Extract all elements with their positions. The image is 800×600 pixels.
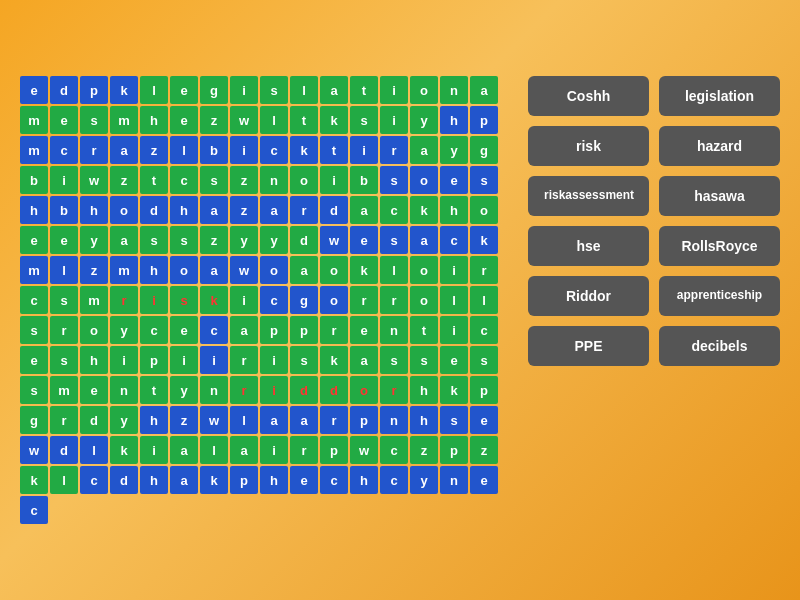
grid-cell: s: [260, 76, 288, 104]
grid-cell: r: [320, 316, 348, 344]
grid-cell: w: [20, 436, 48, 464]
grid-cell: h: [80, 196, 108, 224]
grid-cell: c: [50, 136, 78, 164]
grid-cell: c: [20, 496, 48, 524]
word-chip[interactable]: riskassessment: [528, 176, 649, 216]
grid-cell: i: [140, 436, 168, 464]
grid-cell: r: [80, 136, 108, 164]
grid-cell: l: [200, 436, 228, 464]
grid-cell: s: [440, 406, 468, 434]
grid-cell: k: [200, 286, 228, 314]
grid-cell: l: [80, 436, 108, 464]
grid-cell: r: [290, 196, 318, 224]
word-chip[interactable]: risk: [528, 126, 649, 166]
grid-cell: k: [110, 436, 138, 464]
grid-cell: b: [350, 166, 378, 194]
grid-cell: a: [260, 196, 288, 224]
word-chip[interactable]: decibels: [659, 326, 780, 366]
grid-cell: h: [140, 256, 168, 284]
grid-cell: l: [50, 256, 78, 284]
grid-cell: s: [50, 286, 78, 314]
grid-cell: z: [200, 106, 228, 134]
grid-cell: o: [410, 286, 438, 314]
word-chip[interactable]: apprenticeship: [659, 276, 780, 316]
grid-cell: k: [110, 76, 138, 104]
grid-cell: i: [200, 346, 228, 374]
grid-cell: z: [230, 166, 258, 194]
grid-cell: s: [380, 346, 408, 374]
main-container: edpklegislationamesmhezwltksiyhpmcrazlbi…: [0, 56, 800, 544]
grid-cell: l: [50, 466, 78, 494]
grid-cell: l: [230, 406, 258, 434]
grid-cell: a: [170, 466, 198, 494]
grid-cell: l: [170, 136, 198, 164]
grid-cell: e: [290, 466, 318, 494]
grid-cell: o: [110, 196, 138, 224]
word-chip[interactable]: hasawa: [659, 176, 780, 216]
grid-cell: s: [380, 166, 408, 194]
grid-cell: c: [20, 286, 48, 314]
grid-cell: a: [230, 316, 258, 344]
grid-cell: c: [170, 166, 198, 194]
grid-cell: h: [410, 376, 438, 404]
grid-cell: r: [50, 316, 78, 344]
grid-cell: b: [200, 136, 228, 164]
grid-cell: a: [350, 196, 378, 224]
grid-cell: i: [260, 436, 288, 464]
word-chip[interactable]: Coshh: [528, 76, 649, 116]
grid-cell: n: [440, 76, 468, 104]
grid-cell: w: [80, 166, 108, 194]
word-chip[interactable]: RollsRoyce: [659, 226, 780, 266]
grid-cell: p: [350, 406, 378, 434]
grid-cell: h: [140, 406, 168, 434]
grid-cell: r: [470, 256, 498, 284]
grid-cell: r: [350, 286, 378, 314]
grid-cell: z: [110, 166, 138, 194]
grid-cell: m: [20, 256, 48, 284]
grid-cell: m: [110, 106, 138, 134]
grid-cell: s: [470, 346, 498, 374]
grid-cell: a: [320, 76, 348, 104]
grid-cell: o: [350, 376, 378, 404]
grid-cell: d: [50, 76, 78, 104]
grid-cell: y: [440, 136, 468, 164]
word-chip[interactable]: hse: [528, 226, 649, 266]
grid-cell: b: [20, 166, 48, 194]
grid-cell: l: [140, 76, 168, 104]
grid-cell: h: [140, 106, 168, 134]
grid-cell: h: [350, 466, 378, 494]
grid-cell: i: [260, 346, 288, 374]
grid-cell: o: [410, 76, 438, 104]
word-chip[interactable]: PPE: [528, 326, 649, 366]
grid-cell: c: [380, 436, 408, 464]
grid-cell: e: [170, 316, 198, 344]
word-chip[interactable]: hazard: [659, 126, 780, 166]
grid-cell: h: [440, 196, 468, 224]
grid-cell: p: [230, 466, 258, 494]
grid-cell: s: [140, 226, 168, 254]
grid-cell: d: [320, 196, 348, 224]
grid-cell: i: [350, 136, 378, 164]
grid-cell: a: [350, 346, 378, 374]
grid-cell: w: [350, 436, 378, 464]
grid-cell: e: [20, 346, 48, 374]
grid-cell: a: [290, 406, 318, 434]
grid-cell: i: [380, 76, 408, 104]
word-chip[interactable]: legislation: [659, 76, 780, 116]
grid-cell: r: [230, 346, 258, 374]
grid-cell: w: [230, 256, 258, 284]
grid-cell: p: [260, 316, 288, 344]
word-chip[interactable]: Riddor: [528, 276, 649, 316]
grid-cell: s: [290, 346, 318, 374]
grid-cell: k: [290, 136, 318, 164]
grid-cell: a: [110, 136, 138, 164]
grid-cell: w: [200, 406, 228, 434]
grid-cell: s: [410, 346, 438, 374]
grid-cell: s: [80, 106, 108, 134]
grid-cell: o: [170, 256, 198, 284]
grid-cell: p: [470, 376, 498, 404]
grid-cell: a: [110, 226, 138, 254]
grid-cell: s: [170, 286, 198, 314]
grid-cell: p: [470, 106, 498, 134]
grid-cell: t: [410, 316, 438, 344]
